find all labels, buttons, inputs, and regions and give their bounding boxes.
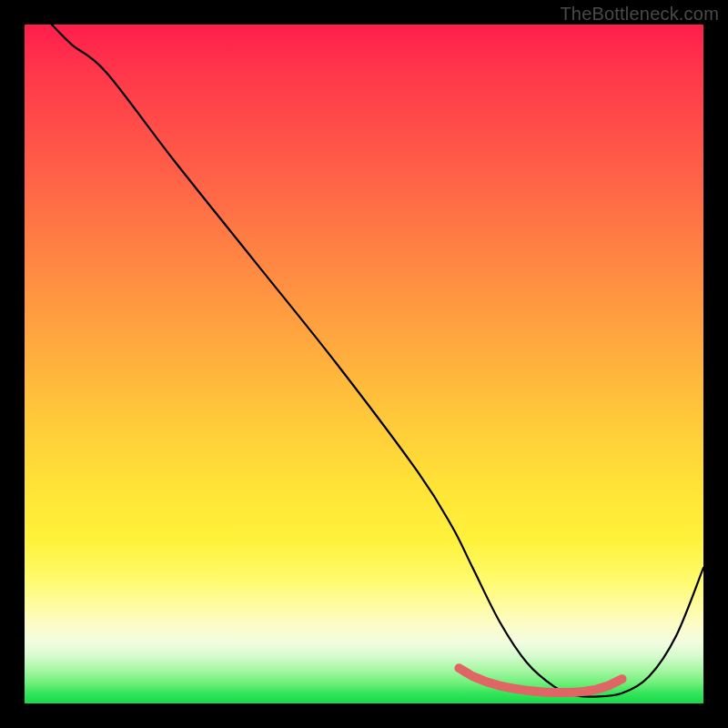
optimal-zone-dot (604, 682, 613, 691)
chart-frame: TheBottleneck.com (0, 0, 728, 728)
optimal-zone-dot (468, 672, 477, 681)
optimal-zone-dot (550, 688, 559, 697)
optimal-zone-dot (495, 682, 504, 691)
optimal-zone-dots (454, 663, 626, 697)
optimal-zone-dot (536, 687, 545, 696)
optimal-zone-dot (509, 684, 518, 693)
optimal-zone-dot (577, 687, 586, 696)
optimal-zone-dot (591, 685, 600, 694)
curve-layer (25, 25, 703, 703)
optimal-zone-dot (617, 674, 626, 683)
optimal-zone-dot (454, 663, 463, 672)
watermark-text: TheBottleneck.com (560, 4, 719, 25)
bottleneck-curve-path (52, 25, 703, 697)
optimal-zone-dot (481, 677, 490, 686)
optimal-zone-dot (522, 686, 531, 695)
plot-area (25, 25, 703, 703)
optimal-zone-dot (563, 688, 572, 697)
